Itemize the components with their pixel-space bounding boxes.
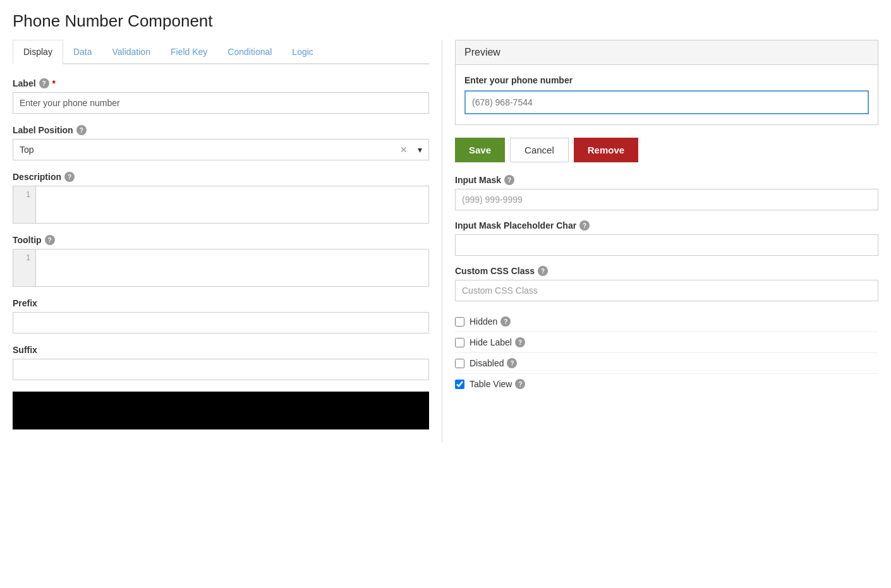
tab-display[interactable]: Display — [13, 40, 63, 64]
suffix-label-text: Suffix — [13, 345, 37, 355]
table-view-help-icon: ? — [515, 379, 525, 389]
label-position-group: Label Position ? Top ✕ ▾ — [13, 125, 429, 160]
custom-css-label: Custom CSS Class ? — [455, 266, 878, 276]
hide-label-label: Hide Label ? — [470, 337, 525, 347]
input-mask-group: Input Mask ? — [455, 175, 878, 210]
disabled-checkbox-group: Disabled ? — [455, 353, 878, 374]
page-title: Phone Number Component — [0, 0, 891, 40]
tab-field-key[interactable]: Field Key — [161, 40, 217, 64]
label-text: Label — [13, 78, 36, 88]
label-help-icon: ? — [39, 78, 49, 88]
save-button[interactable]: Save — [455, 138, 505, 162]
hide-label-text: Hide Label — [470, 337, 512, 347]
tooltip-help-icon: ? — [45, 235, 55, 245]
label-position-label: Label Position ? — [13, 125, 429, 135]
tooltip-textarea: 1 — [13, 249, 429, 287]
label-field-group: Label ? * — [13, 78, 429, 114]
prefix-input[interactable] — [13, 312, 429, 333]
input-mask-label-text: Input Mask — [455, 175, 501, 185]
input-mask-placeholder-input[interactable] — [455, 234, 878, 256]
input-mask-placeholder-label: Input Mask Placeholder Char ? — [455, 220, 878, 231]
hidden-help-icon: ? — [500, 316, 511, 327]
preview-field-label: Enter your phone number — [464, 75, 869, 85]
custom-css-input[interactable] — [455, 280, 878, 301]
tab-conditional[interactable]: Conditional — [217, 40, 282, 64]
position-label-text: Label Position — [13, 125, 73, 135]
required-star: * — [52, 78, 56, 88]
position-help-icon: ? — [76, 125, 87, 135]
tab-bar: Display Data Validation Field Key Condit… — [13, 40, 429, 64]
suffix-label: Suffix — [13, 345, 429, 355]
tab-data[interactable]: Data — [63, 40, 102, 64]
tab-validation[interactable]: Validation — [102, 40, 160, 64]
remove-button[interactable]: Remove — [574, 138, 638, 162]
description-content[interactable] — [36, 186, 428, 223]
disabled-label-text: Disabled — [470, 358, 504, 368]
prefix-group: Prefix — [13, 298, 429, 333]
table-view-label-text: Table View — [470, 379, 512, 389]
description-label: Description ? — [13, 172, 429, 182]
table-view-label: Table View ? — [470, 379, 525, 389]
disabled-checkbox[interactable] — [455, 359, 464, 368]
select-clear-icon[interactable]: ✕ — [396, 145, 411, 155]
right-panel: Preview Enter your phone number Save Can… — [442, 40, 891, 442]
input-mask-placeholder-help-icon: ? — [579, 220, 590, 231]
tooltip-content[interactable] — [36, 249, 428, 286]
tooltip-group: Tooltip ? 1 — [13, 235, 429, 287]
description-line-numbers: 1 — [13, 186, 36, 223]
hidden-checkbox-group: Hidden ? — [455, 311, 878, 332]
label-field-label: Label ? * — [13, 78, 429, 88]
hidden-label: Hidden ? — [470, 316, 511, 327]
custom-css-group: Custom CSS Class ? — [455, 266, 878, 301]
input-mask-help-icon: ? — [504, 175, 514, 185]
disabled-label: Disabled ? — [470, 358, 517, 368]
left-panel: Display Data Validation Field Key Condit… — [0, 40, 442, 442]
cancel-button[interactable]: Cancel — [510, 138, 569, 162]
hide-label-checkbox-group: Hide Label ? — [455, 332, 878, 353]
preview-content: Enter your phone number — [456, 65, 878, 124]
table-view-checkbox[interactable] — [455, 380, 464, 389]
tooltip-line-numbers: 1 — [13, 249, 36, 286]
hidden-checkbox[interactable] — [455, 317, 464, 327]
tab-logic[interactable]: Logic — [282, 40, 323, 64]
suffix-group: Suffix — [13, 345, 429, 380]
custom-css-help-icon: ? — [538, 266, 548, 276]
preview-box: Preview Enter your phone number — [455, 40, 878, 125]
input-mask-placeholder-group: Input Mask Placeholder Char ? — [455, 220, 878, 256]
label-input[interactable] — [13, 92, 429, 114]
input-mask-input[interactable] — [455, 189, 878, 210]
input-mask-label: Input Mask ? — [455, 175, 878, 185]
checkboxes-container: Hidden ? Hide Label ? Disabled ? — [455, 311, 878, 394]
hide-label-checkbox[interactable] — [455, 338, 464, 347]
hide-label-help-icon: ? — [515, 337, 525, 347]
input-mask-placeholder-label-text: Input Mask Placeholder Char — [455, 220, 576, 231]
tooltip-label-text: Tooltip — [13, 235, 42, 245]
description-group: Description ? 1 — [13, 172, 429, 224]
label-position-select[interactable]: Top ✕ ▾ — [13, 139, 429, 160]
prefix-label: Prefix — [13, 298, 429, 308]
description-textarea: 1 — [13, 186, 429, 224]
left-black-bar — [13, 392, 429, 429]
prefix-label-text: Prefix — [13, 298, 37, 308]
select-value: Top — [13, 140, 396, 160]
table-view-checkbox-group: Table View ? — [455, 374, 878, 394]
suffix-input[interactable] — [13, 359, 429, 380]
disabled-help-icon: ? — [507, 358, 517, 368]
hidden-label-text: Hidden — [470, 316, 497, 327]
preview-phone-input[interactable] — [464, 90, 869, 114]
custom-css-label-text: Custom CSS Class — [455, 266, 535, 276]
description-label-text: Description — [13, 172, 61, 182]
preview-header: Preview — [456, 40, 878, 65]
select-arrow-icon[interactable]: ▾ — [411, 145, 428, 155]
tooltip-label: Tooltip ? — [13, 235, 429, 245]
action-buttons: Save Cancel Remove — [455, 138, 878, 162]
description-help-icon: ? — [64, 172, 75, 182]
